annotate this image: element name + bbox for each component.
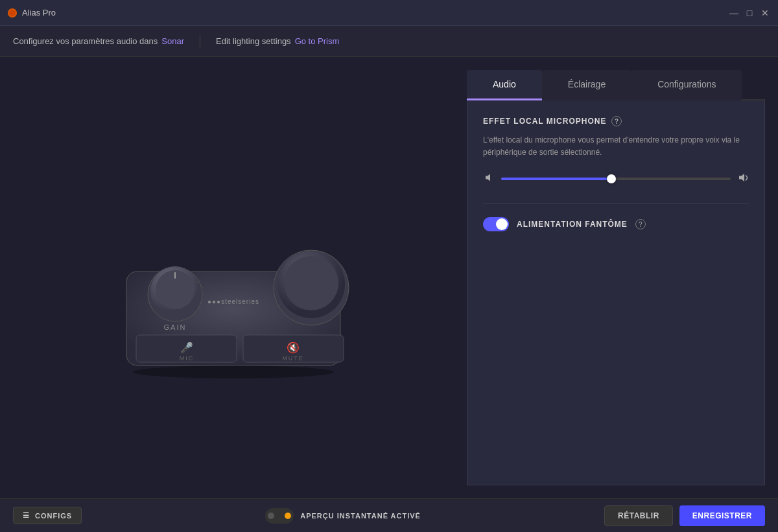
- effet-local-description: L'effet local du microphone vous permet …: [483, 134, 749, 159]
- preview-area: APERÇU INSTANTANÉ ACTIVÉ: [265, 508, 421, 524]
- reset-button[interactable]: RÉTABLIR: [604, 505, 673, 526]
- main-content: GAIN ●●●steelseries 🎤 MIC 🔇 MUTE Audio: [0, 57, 778, 498]
- right-panel: Audio Éclairage Configurations EFFET LOC…: [467, 57, 778, 498]
- svg-text:🎤: 🎤: [180, 341, 193, 354]
- phantom-power-toggle[interactable]: [483, 217, 509, 231]
- close-button[interactable]: ✕: [760, 8, 770, 18]
- tab-audio[interactable]: Audio: [467, 70, 542, 100]
- volume-slider[interactable]: [501, 178, 731, 180]
- volume-high-icon: [737, 172, 749, 185]
- lighting-notif: Edit lighting settings Go to Prism: [216, 36, 339, 46]
- slider-thumb[interactable]: [607, 174, 616, 183]
- notification-bar: Configurez vos paramètres audio dans Son…: [0, 26, 778, 57]
- configs-button[interactable]: ☰ CONFIGS: [13, 507, 82, 524]
- svg-point-8: [284, 256, 338, 310]
- slider-fill: [501, 178, 611, 180]
- device-container: GAIN ●●●steelseries 🎤 MIC 🔇 MUTE: [97, 174, 370, 382]
- svg-text:MIC: MIC: [180, 355, 194, 362]
- bottom-bar: ☰ CONFIGS APERÇU INSTANTANÉ ACTIVÉ RÉTAB…: [0, 498, 778, 532]
- configs-label: CONFIGS: [35, 512, 72, 520]
- preview-toggle-left: [268, 513, 274, 519]
- prism-link[interactable]: Go to Prism: [295, 36, 340, 46]
- preview-dot: [285, 513, 291, 519]
- audio-notif-text: Configurez vos paramètres audio dans: [13, 36, 158, 46]
- preview-label: APERÇU INSTANTANÉ ACTIVÉ: [300, 512, 421, 520]
- notif-separator: [200, 35, 200, 48]
- lighting-notif-text: Edit lighting settings: [216, 36, 291, 46]
- tab-eclairage[interactable]: Éclairage: [542, 70, 631, 100]
- tab-configurations[interactable]: Configurations: [631, 70, 742, 100]
- tab-content-audio: EFFET LOCAL MICROPHONE ? L'effet local d…: [467, 100, 765, 485]
- phantom-power-label: ALIMENTATION FANTÔME: [517, 220, 628, 229]
- tabs-container: Audio Éclairage Configurations: [467, 70, 765, 100]
- app-logo: [8, 8, 17, 17]
- app-title: Alias Pro: [22, 8, 56, 17]
- phantom-help-icon[interactable]: ?: [635, 219, 646, 229]
- titlebar-left: Alias Pro: [8, 8, 56, 17]
- window-controls: — □ ✕: [729, 8, 770, 18]
- sonar-link[interactable]: Sonar: [161, 36, 184, 46]
- svg-text:GAIN: GAIN: [164, 323, 187, 331]
- device-image: GAIN ●●●steelseries 🎤 MIC 🔇 MUTE: [97, 174, 370, 382]
- configs-icon: ☰: [23, 511, 30, 520]
- maximize-button[interactable]: □: [744, 8, 755, 18]
- effet-local-section-title: EFFET LOCAL MICROPHONE ?: [483, 116, 749, 126]
- svg-text:🔇: 🔇: [287, 341, 300, 354]
- save-button[interactable]: ENREGISTRER: [679, 505, 765, 526]
- minimize-button[interactable]: —: [729, 8, 739, 18]
- action-buttons: RÉTABLIR ENREGISTRER: [604, 505, 765, 526]
- toggle-knob: [496, 218, 508, 230]
- preview-toggle[interactable]: [265, 508, 294, 524]
- phantom-power-row: ALIMENTATION FANTÔME ?: [483, 217, 749, 231]
- svg-text:MUTE: MUTE: [282, 355, 304, 362]
- svg-text:●●●steelseries: ●●●steelseries: [207, 298, 259, 305]
- svg-point-1: [133, 365, 334, 378]
- title-bar: Alias Pro — □ ✕: [0, 0, 778, 26]
- volume-slider-row: [483, 172, 749, 185]
- section-divider: [483, 203, 749, 204]
- device-panel: GAIN ●●●steelseries 🎤 MIC 🔇 MUTE: [0, 57, 467, 498]
- audio-notif: Configurez vos paramètres audio dans Son…: [13, 36, 184, 46]
- effet-local-help-icon[interactable]: ?: [611, 116, 622, 126]
- volume-low-icon: [483, 172, 495, 185]
